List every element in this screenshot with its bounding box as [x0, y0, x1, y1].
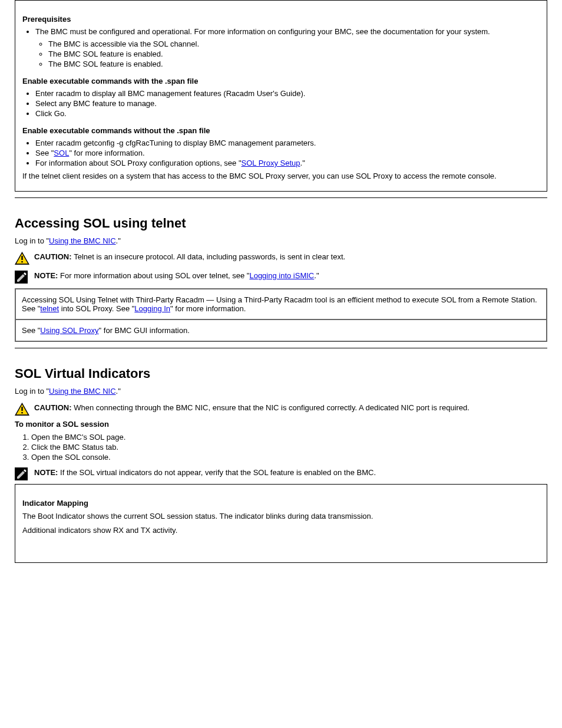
list-item: Select any BMC feature to manage.: [35, 99, 540, 108]
group1-list: The BMC must be configured and operation…: [22, 27, 540, 68]
caution-icon: [15, 403, 29, 416]
text-fragment: .": [314, 271, 319, 280]
text-fragment: " for more information.: [170, 304, 246, 313]
list-item-text: The BMC must be configured and operation…: [35, 27, 490, 36]
telnet-info-table: Accessing SOL Using Telnet with Third‑Pa…: [15, 288, 547, 342]
intro-text: Log in to "Using the BMC NIC.": [15, 236, 547, 246]
text-fragment: .": [300, 159, 305, 167]
proxy-access-text: If the telnet client resides on a system…: [22, 171, 540, 182]
using-sol-proxy-link[interactable]: Using SOL Proxy: [40, 326, 98, 335]
heading-virtual: SOL Virtual Indicators: [15, 366, 547, 381]
svg-rect-2: [21, 256, 22, 260]
caution-callout: CAUTION: When connecting through the BMC…: [15, 403, 547, 416]
divider: [15, 197, 547, 198]
steps-list: Open the BMC's SOL page. Click the BMC S…: [15, 433, 547, 462]
note-icon: [15, 271, 29, 284]
text-fragment: into SOL Proxy. See ": [59, 304, 134, 313]
using-bmc-nic-link-2[interactable]: Using the BMC NIC: [49, 387, 115, 396]
text-fragment: See ": [22, 326, 40, 335]
svg-rect-3: [21, 261, 22, 262]
list-item: The BMC SOL feature is enabled.: [48, 60, 540, 68]
logging-in-link[interactable]: Logging In: [134, 304, 170, 313]
box-bottom-p2: Additional indicators show RX and TX act…: [22, 525, 540, 536]
telnet-link[interactable]: telnet: [40, 304, 59, 313]
text-fragment: Log in to ": [15, 387, 49, 396]
list-item: Open the BMC's SOL page.: [31, 433, 547, 442]
note-icon: [15, 467, 29, 480]
table-row: See "Using SOL Proxy" for BMC GUI inform…: [16, 320, 546, 341]
intro-text: Log in to "Using the BMC NIC.": [15, 386, 547, 397]
info-box-bottom: Indicator Mapping The Boot Indicator sho…: [15, 484, 547, 563]
note-callout: NOTE: For more information about using S…: [15, 271, 547, 284]
group2-list: Enter racadm to display all BMC manageme…: [22, 89, 540, 118]
caution-body: When connecting through the BMC NIC, ens…: [74, 403, 470, 412]
group1-sublist: The BMC is accessible via the SOL channe…: [35, 39, 540, 68]
note-text: NOTE: For more information about using S…: [34, 271, 547, 281]
group3-title: Enable executable commands without the .…: [22, 126, 540, 135]
box-bottom-p1: The Boot Indicator shows the current SOL…: [22, 511, 540, 522]
caution-label: CAUTION:: [34, 252, 74, 261]
group1-title: Prerequisites: [22, 15, 540, 24]
list-item: The BMC must be configured and operation…: [35, 27, 540, 68]
text-fragment: .": [116, 236, 121, 245]
group2-title: Enable executable commands with the .spa…: [22, 77, 540, 85]
caution-callout: CAUTION: Telnet is an insecure protocol.…: [15, 252, 547, 265]
text-fragment: Log in to ": [15, 236, 49, 245]
note-callout: NOTE: If the SOL virtual indicators do n…: [15, 467, 547, 480]
divider: [15, 348, 547, 348]
list-item: For information about SOL Proxy configur…: [35, 159, 540, 167]
group3-list: Enter racadm getconfig -g cfgRacTuning t…: [22, 139, 540, 167]
caution-text: CAUTION: Telnet is an insecure protocol.…: [34, 252, 547, 262]
list-item: Open the SOL console.: [31, 453, 547, 462]
text-fragment: See ": [35, 149, 54, 157]
info-box-top: Prerequisites The BMC must be configured…: [15, 0, 547, 192]
list-item: The BMC SOL feature is enabled.: [48, 50, 540, 58]
list-item: Click Go.: [35, 109, 540, 118]
caution-body: Telnet is an insecure protocol. All data…: [74, 252, 345, 261]
caution-icon: [15, 252, 29, 265]
note-text: NOTE: If the SOL virtual indicators do n…: [34, 467, 547, 478]
note-label: NOTE:: [34, 468, 60, 477]
heading-telnet: Accessing SOL using telnet: [15, 216, 547, 231]
svg-rect-9: [21, 407, 22, 411]
caution-text: CAUTION: When connecting through the BMC…: [34, 403, 547, 413]
list-item: Enter racadm getconfig -g cfgRacTuning t…: [35, 139, 540, 147]
text-fragment: For more information about using SOL ove…: [60, 271, 249, 280]
note-label: NOTE:: [34, 271, 60, 280]
list-item: Enter racadm to display all BMC manageme…: [35, 89, 540, 98]
list-item: The BMC is accessible via the SOL channe…: [48, 39, 540, 48]
sol-link[interactable]: SOL: [54, 149, 69, 157]
steps-title: To monitor a SOL session: [15, 419, 547, 430]
using-bmc-nic-link[interactable]: Using the BMC NIC: [49, 236, 115, 245]
note-body: If the SOL virtual indicators do not app…: [60, 468, 376, 477]
svg-rect-10: [21, 412, 22, 413]
text-fragment: .": [116, 387, 121, 396]
text-fragment: For information about SOL Proxy configur…: [35, 159, 242, 167]
logging-into-ismic-link[interactable]: Logging into iSMIC: [249, 271, 314, 280]
table-row: Accessing SOL Using Telnet with Third‑Pa…: [16, 289, 546, 320]
caution-label: CAUTION:: [34, 403, 74, 412]
sol-proxy-setup-link[interactable]: SOL Proxy Setup: [242, 159, 300, 167]
text-fragment: " for more information.: [69, 149, 144, 157]
box-bottom-title: Indicator Mapping: [22, 499, 540, 508]
list-item: See "SOL" for more information.: [35, 149, 540, 157]
text-fragment: " for BMC GUI information.: [99, 326, 190, 335]
list-item: Click the BMC Status tab.: [31, 443, 547, 452]
